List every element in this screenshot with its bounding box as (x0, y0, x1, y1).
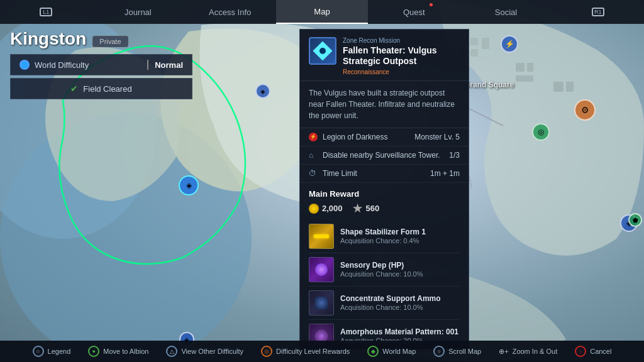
bottom-zoom[interactable]: ⊕+ Zoom In & Out (499, 346, 557, 357)
reward-item-1: Sensory Dep (HP)Acquisition Chance: 10.0… (309, 253, 460, 287)
quest-notification-dot (430, 3, 433, 6)
scroll-map-label: Scroll Map (448, 348, 481, 355)
nav-access-info-label: Access Info (209, 8, 251, 17)
scroll-map-icon[interactable]: ○ (433, 346, 445, 357)
bottom-difficulty-rewards[interactable]: ◎ Difficulty Level Rewards (261, 346, 350, 357)
objective-1-label: Disable nearby Surveillance Tower. (323, 151, 440, 160)
reward-item-2: Concentrate Support AmmoAcquisition Chan… (309, 287, 460, 320)
bottom-move-albion[interactable]: ● Move to Albion (88, 346, 148, 357)
mission-type: Zone Recon Mission (343, 37, 460, 44)
zoom-icon[interactable]: ⊕+ (499, 346, 508, 357)
mission-diamond-icon (313, 41, 332, 60)
objective-1-icon: ⌂ (309, 151, 318, 160)
mission-name: Fallen Theater: Vulgus Strategic Outpost (343, 45, 460, 67)
map-marker-blue-1[interactable]: ⚡ (501, 35, 518, 53)
mission-objective-1: ⌂ Disable nearby Surveillance Tower. 1/3 (300, 146, 469, 165)
location-title: Kingston (10, 29, 86, 49)
map-marker-mission[interactable]: ◈ (179, 175, 199, 195)
reward-item-chance-0: Acquisition Chance: 0.4% (340, 237, 460, 244)
bottom-legend[interactable]: ○ Legend (33, 346, 71, 357)
field-cleared-row[interactable]: ✔ Field Cleared (10, 78, 192, 99)
nav-access-info[interactable]: Access Info (184, 0, 276, 24)
map-marker-orange-1[interactable]: ⚙ (574, 99, 596, 121)
reward-item-text-2: Concentrate Support AmmoAcquisition Chan… (340, 294, 460, 312)
nav-social-label: Social (495, 8, 517, 17)
field-cleared-label: Field Cleared (83, 84, 131, 94)
mission-panel: Zone Recon Mission Fallen Theater: Vulgu… (299, 29, 469, 349)
cancel-label: Cancel (590, 348, 611, 355)
map-marker-green-1[interactable]: ◎ (532, 123, 550, 141)
private-badge: Private (92, 36, 128, 47)
reward-item-text-1: Sensory Dep (HP)Acquisition Chance: 10.0… (340, 261, 460, 278)
svg-rect-5 (470, 49, 478, 57)
objective-2-value: 1m + 1m (430, 169, 460, 178)
world-difficulty-label: World Difficulty (35, 60, 89, 70)
svg-rect-7 (516, 63, 525, 72)
l1-button-icon: L1 (40, 8, 52, 16)
reward-item-chance-2: Acquisition Chance: 10.0% (340, 304, 460, 311)
world-difficulty-row[interactable]: 🌐 World Difficulty Normal (10, 54, 192, 75)
nav-quest[interactable]: Quest (368, 0, 460, 24)
mission-title-area: Zone Recon Mission Fallen Theater: Vulgu… (343, 37, 460, 75)
gear-icon (353, 204, 363, 214)
objective-2-icon: ⏱ (309, 169, 318, 178)
coin-icon (309, 204, 319, 214)
reward-item-chance-1: Acquisition Chance: 10.0% (340, 270, 460, 278)
view-difficulty-icon[interactable]: △ (166, 346, 177, 357)
reward-item-name-1: Sensory Dep (HP) (340, 261, 460, 271)
world-map-label: World Map (382, 348, 416, 355)
gear-amount: 560 (366, 204, 380, 213)
mission-tag: Reconnaissance (343, 69, 460, 75)
reward-items-list: Shape Stabilizer Form 1Acquisition Chanc… (309, 220, 460, 349)
difficulty-rewards-label: Difficulty Level Rewards (276, 348, 350, 355)
reward-currency: 2,000 560 (309, 204, 460, 214)
faction-name: Legion of Darkness (323, 133, 387, 141)
left-panel: Kingston Private 🌐 World Difficulty Norm… (10, 29, 192, 99)
legend-button-icon[interactable]: ○ (33, 346, 44, 357)
nav-map[interactable]: Map (276, 0, 368, 24)
nav-l1[interactable]: L1 (0, 0, 92, 24)
bottom-scroll-map[interactable]: ○ Scroll Map (433, 346, 481, 357)
mission-description: The Vulgus have built a strategic outpos… (300, 81, 469, 128)
move-albion-icon[interactable]: ● (88, 346, 99, 357)
svg-rect-6 (482, 38, 489, 49)
world-map-icon[interactable]: ◆ (367, 346, 379, 357)
map-marker-green-2[interactable]: ⬟ (628, 213, 642, 227)
map-marker-side-1[interactable]: ◈ (255, 84, 270, 99)
zoom-label: Zoom In & Out (513, 348, 558, 355)
view-difficulty-label: View Other Difficulty (181, 348, 243, 355)
svg-rect-10 (553, 82, 564, 92)
nav-r1[interactable]: R1 (552, 0, 644, 24)
nav-journal[interactable]: Journal (92, 0, 184, 24)
mission-header: Zone Recon Mission Fallen Theater: Vulgu… (300, 30, 469, 81)
bottom-view-difficulty[interactable]: △ View Other Difficulty (166, 346, 243, 357)
reward-item-0: Shape Stabilizer Form 1Acquisition Chanc… (309, 220, 460, 253)
field-cleared-check-icon: ✔ (70, 84, 78, 94)
cancel-icon[interactable]: ○ (575, 346, 586, 357)
nav-social[interactable]: Social (460, 0, 552, 24)
reward-title: Main Reward (309, 189, 460, 199)
legend-label: Legend (48, 348, 71, 355)
objective-2-label: Time Limit (323, 169, 357, 178)
nav-journal-label: Journal (125, 8, 152, 17)
coin-amount: 2,000 (322, 204, 343, 213)
divider (147, 60, 148, 70)
reward-item-icon-0 (309, 224, 334, 249)
reward-item-name-2: Concentrate Support Ammo (340, 294, 460, 304)
svg-rect-11 (566, 82, 574, 92)
bottom-cancel[interactable]: ○ Cancel (575, 346, 611, 357)
svg-rect-8 (527, 63, 533, 72)
mission-icon (309, 37, 336, 65)
grand-square-label: Grand Square (464, 80, 514, 89)
monster-level: Monster Lv. 5 (414, 133, 460, 141)
difficulty-rewards-icon[interactable]: ◎ (261, 346, 272, 357)
svg-rect-9 (516, 75, 533, 82)
svg-rect-3 (470, 38, 478, 45)
mission-faction-stat: ⚡ Legion of Darkness Monster Lv. 5 (300, 128, 469, 146)
top-navigation: L1 Journal Access Info Map Quest Social … (0, 0, 644, 24)
bottom-world-map[interactable]: ◆ World Map (367, 346, 416, 357)
bottom-bar: ○ Legend ● Move to Albion △ View Other D… (0, 341, 644, 362)
mission-objective-2: ⏱ Time Limit 1m + 1m (300, 165, 469, 183)
objective-1-progress: 1/3 (449, 151, 460, 160)
reward-section: Main Reward 2,000 560 Shape Stabilizer F… (300, 183, 469, 349)
